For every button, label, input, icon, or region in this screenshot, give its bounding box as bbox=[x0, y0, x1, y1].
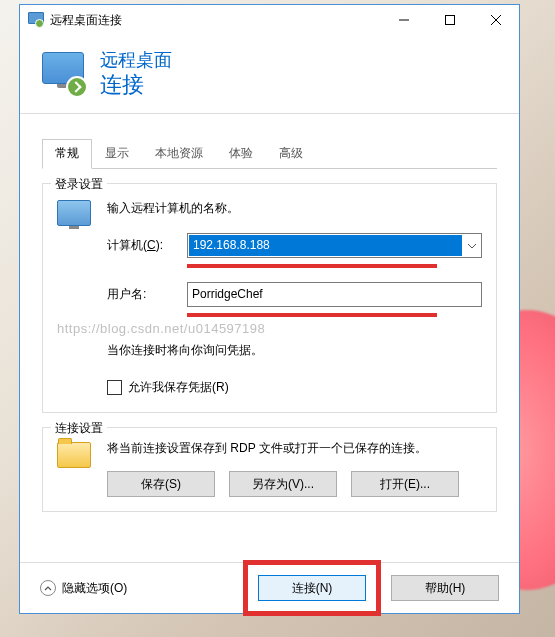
help-button[interactable]: 帮助(H) bbox=[391, 575, 499, 601]
tab-strip: 常规 显示 本地资源 体验 高级 bbox=[42, 138, 497, 169]
conn-group-title: 连接设置 bbox=[51, 420, 107, 437]
computer-label: 计算机(C): bbox=[107, 237, 187, 254]
tab-display[interactable]: 显示 bbox=[92, 139, 142, 169]
hide-options-label: 隐藏选项(O) bbox=[62, 580, 127, 597]
annotation-underline-username bbox=[187, 313, 437, 317]
connection-settings-group: 连接设置 将当前连接设置保存到 RDP 文件或打开一个已保存的连接。 保存(S)… bbox=[42, 427, 497, 512]
svg-rect-1 bbox=[446, 16, 455, 25]
login-settings-group: 登录设置 输入远程计算机的名称。 计算机(C): 192.168.8.188 bbox=[42, 183, 497, 413]
watermark-text: https://blog.csdn.net/u014597198 bbox=[57, 321, 482, 336]
chevron-up-icon bbox=[40, 580, 56, 596]
annotation-connect-highlight: 连接(N) bbox=[243, 560, 381, 616]
checkbox-label: 允许我保存凭据(R) bbox=[128, 379, 229, 396]
header-line2: 连接 bbox=[100, 70, 172, 100]
username-input[interactable]: PorridgeChef bbox=[187, 282, 482, 307]
username-label: 用户名: bbox=[107, 286, 187, 303]
computer-value[interactable]: 192.168.8.188 bbox=[189, 235, 462, 256]
close-button[interactable] bbox=[473, 5, 519, 35]
computer-icon bbox=[57, 196, 107, 398]
window-title: 远程桌面连接 bbox=[50, 12, 122, 29]
save-button[interactable]: 保存(S) bbox=[107, 471, 215, 497]
conn-desc: 将当前连接设置保存到 RDP 文件或打开一个已保存的连接。 bbox=[107, 440, 482, 457]
dialog-header: 远程桌面 连接 bbox=[20, 35, 519, 114]
titlebar: 远程桌面连接 bbox=[20, 5, 519, 35]
credentials-note: 当你连接时将向你询问凭据。 bbox=[107, 342, 482, 359]
checkbox-box-icon[interactable] bbox=[107, 380, 122, 395]
tab-experience[interactable]: 体验 bbox=[216, 139, 266, 169]
folder-icon bbox=[57, 440, 107, 497]
connect-button[interactable]: 连接(N) bbox=[258, 575, 366, 601]
login-prompt: 输入远程计算机的名称。 bbox=[107, 200, 482, 217]
rdp-icon bbox=[42, 52, 86, 96]
annotation-underline-computer bbox=[187, 264, 437, 268]
save-credentials-checkbox[interactable]: 允许我保存凭据(R) bbox=[107, 379, 482, 396]
header-line1: 远程桌面 bbox=[100, 48, 172, 72]
hide-options-toggle[interactable]: 隐藏选项(O) bbox=[40, 580, 127, 597]
open-button[interactable]: 打开(E)... bbox=[351, 471, 459, 497]
chevron-down-icon[interactable] bbox=[463, 234, 481, 257]
tab-local-resources[interactable]: 本地资源 bbox=[142, 139, 216, 169]
dialog-window: 远程桌面连接 远程桌面 连接 常规 显示 本地资源 体验 高级 登录 bbox=[19, 4, 520, 614]
tab-general[interactable]: 常规 bbox=[42, 139, 92, 169]
dialog-footer: 隐藏选项(O) 连接(N) 帮助(H) bbox=[20, 562, 519, 613]
maximize-button[interactable] bbox=[427, 5, 473, 35]
minimize-button[interactable] bbox=[381, 5, 427, 35]
computer-combobox[interactable]: 192.168.8.188 bbox=[187, 233, 482, 258]
save-as-button[interactable]: 另存为(V)... bbox=[229, 471, 337, 497]
app-icon bbox=[28, 12, 44, 28]
login-group-title: 登录设置 bbox=[51, 176, 107, 193]
tab-advanced[interactable]: 高级 bbox=[266, 139, 316, 169]
